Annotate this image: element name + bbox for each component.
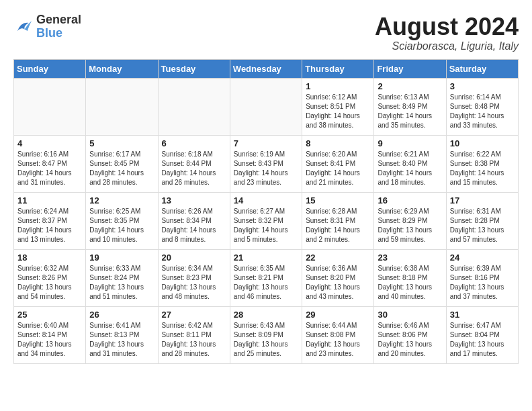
calendar-cell: 23Sunrise: 6:38 AM Sunset: 8:18 PM Dayli… <box>374 249 446 306</box>
day-info: Sunrise: 6:13 AM Sunset: 8:49 PM Dayligh… <box>378 93 442 130</box>
day-info: Sunrise: 6:43 AM Sunset: 8:09 PM Dayligh… <box>234 321 298 359</box>
day-info: Sunrise: 6:33 AM Sunset: 8:24 PM Dayligh… <box>89 264 154 302</box>
day-info: Sunrise: 6:28 AM Sunset: 8:31 PM Dayligh… <box>306 207 370 244</box>
day-info: Sunrise: 6:25 AM Sunset: 8:35 PM Dayligh… <box>89 207 154 244</box>
calendar-cell: 20Sunrise: 6:34 AM Sunset: 8:23 PM Dayli… <box>158 249 230 306</box>
calendar-cell: 16Sunrise: 6:29 AM Sunset: 8:29 PM Dayli… <box>374 192 446 249</box>
day-number: 12 <box>89 195 154 205</box>
day-info: Sunrise: 6:46 AM Sunset: 8:06 PM Dayligh… <box>378 321 442 359</box>
logo-blue-text: Blue <box>36 27 81 40</box>
calendar-cell: 21Sunrise: 6:35 AM Sunset: 8:21 PM Dayli… <box>230 249 302 306</box>
calendar-cell: 7Sunrise: 6:19 AM Sunset: 8:43 PM Daylig… <box>230 135 302 192</box>
logo: General Blue <box>13 13 81 40</box>
day-number: 6 <box>162 138 226 148</box>
day-info: Sunrise: 6:21 AM Sunset: 8:40 PM Dayligh… <box>378 150 442 187</box>
calendar-week-row: 4Sunrise: 6:16 AM Sunset: 8:47 PM Daylig… <box>14 135 519 192</box>
day-number: 20 <box>162 253 226 263</box>
calendar-cell: 27Sunrise: 6:42 AM Sunset: 8:11 PM Dayli… <box>158 306 230 363</box>
calendar-cell: 11Sunrise: 6:24 AM Sunset: 8:37 PM Dayli… <box>14 192 86 249</box>
calendar-cell: 30Sunrise: 6:46 AM Sunset: 8:06 PM Dayli… <box>374 306 446 363</box>
calendar-cell: 5Sunrise: 6:17 AM Sunset: 8:45 PM Daylig… <box>86 135 158 192</box>
day-number: 23 <box>378 253 442 263</box>
day-info: Sunrise: 6:16 AM Sunset: 8:47 PM Dayligh… <box>17 150 82 187</box>
day-info: Sunrise: 6:18 AM Sunset: 8:44 PM Dayligh… <box>162 150 226 187</box>
calendar-cell: 19Sunrise: 6:33 AM Sunset: 8:24 PM Dayli… <box>86 249 158 306</box>
day-info: Sunrise: 6:41 AM Sunset: 8:13 PM Dayligh… <box>89 321 154 359</box>
calendar-cell: 13Sunrise: 6:26 AM Sunset: 8:34 PM Dayli… <box>158 192 230 249</box>
day-number: 28 <box>234 310 298 320</box>
day-info: Sunrise: 6:22 AM Sunset: 8:38 PM Dayligh… <box>450 150 515 187</box>
calendar-week-row: 18Sunrise: 6:32 AM Sunset: 8:26 PM Dayli… <box>14 249 519 306</box>
day-number: 13 <box>162 195 226 205</box>
day-info: Sunrise: 6:34 AM Sunset: 8:23 PM Dayligh… <box>162 264 226 302</box>
calendar-cell: 28Sunrise: 6:43 AM Sunset: 8:09 PM Dayli… <box>230 306 302 363</box>
weekday-header-monday: Monday <box>86 59 158 78</box>
day-number: 27 <box>162 310 226 320</box>
calendar-cell: 3Sunrise: 6:14 AM Sunset: 8:48 PM Daylig… <box>446 78 518 135</box>
calendar-week-row: 11Sunrise: 6:24 AM Sunset: 8:37 PM Dayli… <box>14 192 519 249</box>
day-info: Sunrise: 6:35 AM Sunset: 8:21 PM Dayligh… <box>234 264 298 302</box>
day-number: 25 <box>17 310 82 320</box>
day-number: 4 <box>17 138 82 148</box>
calendar-cell: 6Sunrise: 6:18 AM Sunset: 8:44 PM Daylig… <box>158 135 230 192</box>
day-info: Sunrise: 6:40 AM Sunset: 8:14 PM Dayligh… <box>17 321 82 359</box>
calendar-cell: 4Sunrise: 6:16 AM Sunset: 8:47 PM Daylig… <box>14 135 86 192</box>
calendar-cell: 1Sunrise: 6:12 AM Sunset: 8:51 PM Daylig… <box>302 78 374 135</box>
day-number: 3 <box>450 81 515 91</box>
calendar-cell: 24Sunrise: 6:39 AM Sunset: 8:16 PM Dayli… <box>446 249 518 306</box>
day-number: 22 <box>306 253 370 263</box>
day-info: Sunrise: 6:27 AM Sunset: 8:32 PM Dayligh… <box>234 207 298 244</box>
calendar-week-row: 25Sunrise: 6:40 AM Sunset: 8:14 PM Dayli… <box>14 306 519 363</box>
day-number: 8 <box>306 138 370 148</box>
day-number: 21 <box>234 253 298 263</box>
calendar-cell: 10Sunrise: 6:22 AM Sunset: 8:38 PM Dayli… <box>446 135 518 192</box>
day-info: Sunrise: 6:12 AM Sunset: 8:51 PM Dayligh… <box>306 93 370 130</box>
day-info: Sunrise: 6:17 AM Sunset: 8:45 PM Dayligh… <box>89 150 154 187</box>
day-number: 5 <box>89 138 154 148</box>
day-number: 10 <box>450 138 515 148</box>
day-number: 14 <box>234 195 298 205</box>
day-number: 1 <box>306 81 370 91</box>
day-info: Sunrise: 6:42 AM Sunset: 8:11 PM Dayligh… <box>162 321 226 359</box>
day-info: Sunrise: 6:32 AM Sunset: 8:26 PM Dayligh… <box>17 264 82 302</box>
day-number: 17 <box>450 195 515 205</box>
calendar-cell: 18Sunrise: 6:32 AM Sunset: 8:26 PM Dayli… <box>14 249 86 306</box>
weekday-header-row: SundayMondayTuesdayWednesdayThursdayFrid… <box>14 59 519 78</box>
calendar-cell: 31Sunrise: 6:47 AM Sunset: 8:04 PM Dayli… <box>446 306 518 363</box>
day-info: Sunrise: 6:36 AM Sunset: 8:20 PM Dayligh… <box>306 264 370 302</box>
weekday-header-thursday: Thursday <box>302 59 374 78</box>
calendar-table: SundayMondayTuesdayWednesdayThursdayFrid… <box>13 59 519 364</box>
day-number: 9 <box>378 138 442 148</box>
day-number: 2 <box>378 81 442 91</box>
calendar-cell: 29Sunrise: 6:44 AM Sunset: 8:08 PM Dayli… <box>302 306 374 363</box>
day-info: Sunrise: 6:44 AM Sunset: 8:08 PM Dayligh… <box>306 321 370 359</box>
day-info: Sunrise: 6:31 AM Sunset: 8:28 PM Dayligh… <box>450 207 515 244</box>
day-number: 11 <box>17 195 82 205</box>
calendar-cell <box>14 78 86 135</box>
calendar-cell: 8Sunrise: 6:20 AM Sunset: 8:41 PM Daylig… <box>302 135 374 192</box>
calendar-cell: 22Sunrise: 6:36 AM Sunset: 8:20 PM Dayli… <box>302 249 374 306</box>
calendar-week-row: 1Sunrise: 6:12 AM Sunset: 8:51 PM Daylig… <box>14 78 519 135</box>
page-header: General Blue August 2024 Sciarborasca, L… <box>13 13 519 52</box>
location-subtitle: Sciarborasca, Liguria, Italy <box>375 40 519 52</box>
calendar-cell: 9Sunrise: 6:21 AM Sunset: 8:40 PM Daylig… <box>374 135 446 192</box>
day-info: Sunrise: 6:47 AM Sunset: 8:04 PM Dayligh… <box>450 321 515 359</box>
day-info: Sunrise: 6:39 AM Sunset: 8:16 PM Dayligh… <box>450 264 515 302</box>
calendar-cell <box>158 78 230 135</box>
month-year-title: August 2024 <box>375 13 519 40</box>
weekday-header-saturday: Saturday <box>446 59 518 78</box>
day-number: 26 <box>89 310 154 320</box>
weekday-header-friday: Friday <box>374 59 446 78</box>
logo-icon <box>13 17 34 37</box>
calendar-cell: 26Sunrise: 6:41 AM Sunset: 8:13 PM Dayli… <box>86 306 158 363</box>
calendar-cell: 15Sunrise: 6:28 AM Sunset: 8:31 PM Dayli… <box>302 192 374 249</box>
calendar-cell: 14Sunrise: 6:27 AM Sunset: 8:32 PM Dayli… <box>230 192 302 249</box>
weekday-header-tuesday: Tuesday <box>158 59 230 78</box>
weekday-header-sunday: Sunday <box>14 59 86 78</box>
day-number: 29 <box>306 310 370 320</box>
calendar-cell <box>230 78 302 135</box>
day-number: 31 <box>450 310 515 320</box>
day-info: Sunrise: 6:14 AM Sunset: 8:48 PM Dayligh… <box>450 93 515 130</box>
day-info: Sunrise: 6:24 AM Sunset: 8:37 PM Dayligh… <box>17 207 82 244</box>
day-number: 30 <box>378 310 442 320</box>
